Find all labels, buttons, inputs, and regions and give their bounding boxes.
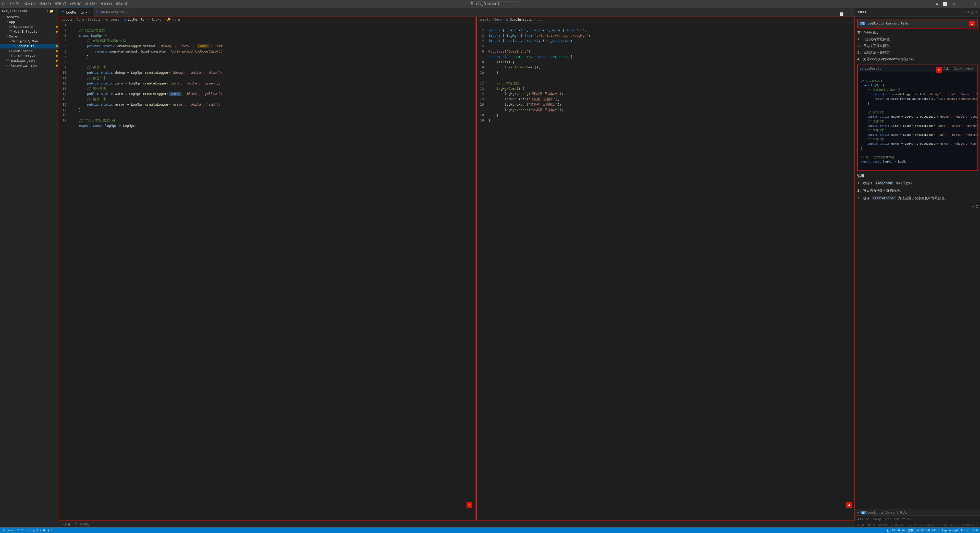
ask-button[interactable]: Ask [942,66,950,71]
cursor-position[interactable]: 行 13，列 49 [887,528,905,532]
sep4: > [121,18,122,21]
maximize-button[interactable]: □ [966,1,970,6]
footer-file-label: Current File [885,511,907,514]
tab-gameentry[interactable]: TS GameEntry.ts × [94,8,131,17]
image-btn[interactable]: ⊞ Image [891,523,903,527]
modified-badge-main-scene [56,26,58,28]
sidebar-item-package-json[interactable]: {} package.json [0,58,59,63]
close-chat-icon[interactable]: × [975,10,977,14]
chat-header-icons: + ↺ □ × [963,10,977,14]
chat-filename-ref: LogMgr.ts [867,22,884,25]
encoding[interactable]: UTF-8 [921,529,930,532]
modified-badge-mainentry [56,30,58,33]
breadcrumb-warn[interactable]: 🔑 warn [167,18,180,21]
split-editor-icon[interactable]: ⬜ [839,12,844,17]
ports[interactable]: ♦ 0 [48,529,52,532]
menu-run[interactable]: 运行(R) [84,1,99,6]
git-branch[interactable]: ⎇ master* [2,529,19,532]
menu-view[interactable]: 查看(V) [53,1,68,6]
nav-forward-icon[interactable]: → [464,2,466,6]
breadcrumb-core[interactable]: Core [77,18,84,21]
minimize-button[interactable]: ─ [958,1,963,6]
errors-warnings[interactable]: ⚠ 0 △ 0 ⊘ 0 [26,529,45,532]
refresh-icon[interactable]: ↺ [55,9,57,13]
expand-chat-icon[interactable]: □ [971,10,973,14]
plus-icon-footer[interactable]: + [857,511,859,514]
more-actions-icon[interactable]: … [845,12,848,17]
sidebar-item-main-scene[interactable]: ⬡ Main.scene [0,24,59,29]
breadcrumb-assets2[interactable]: assets [479,18,490,21]
copy-button[interactable]: Copy [952,66,963,71]
chat-refresh-icon[interactable]: ↺ [972,204,974,208]
settings-icon[interactable]: ⚙ [951,1,956,6]
mention-btn[interactable]: @ Mention [873,523,889,527]
sidebar-item-logmgr[interactable]: TS LogMgr.ts [0,44,59,48]
sidebar-label-tsconfig: tsconfig.json [11,64,37,67]
language-mode[interactable]: TypeScript [942,529,959,532]
editor-logmgr[interactable]: assets > Core > Scripts > Managers > TS … [59,17,475,521]
menu-goto[interactable]: 转到(G) [68,1,83,6]
panel-icon[interactable]: ⬜ [942,1,949,6]
menu-select[interactable]: 选择(S) [38,1,53,6]
chat-file-label: Current File [886,22,908,25]
menu-help[interactable]: 帮助(H) [115,1,129,6]
breadcrumb-logmgr-file[interactable]: LogMgr.ts [128,18,145,21]
breadcrumb-assets[interactable]: assets [62,18,73,21]
code-gameentry[interactable]: import { _decorator, Component, Node } f… [486,22,854,521]
sidebar-item-core[interactable]: ▾ Core [0,34,59,39]
model-tag[interactable]: ⌂ gpt-4o [857,523,871,527]
close-button[interactable]: × [973,1,978,6]
menu-file[interactable]: 文件(F) [8,1,22,6]
sidebar-item-assets[interactable]: ▾ assets [0,14,59,19]
sync-icon[interactable]: ⟳ [21,529,24,532]
sidebar-item-mainentry[interactable]: TS MainEntry.ts [0,29,59,34]
overflow-icon[interactable]: ⋮ [849,12,853,17]
breadcrumb-managers[interactable]: Managers [105,18,120,21]
tab-close-gameentry[interactable]: × [126,10,128,14]
chat-body: TS LogMgr.ts Current File 1 有4个小问题： 1. 日… [855,17,980,509]
tab-logmgr[interactable]: TS LogMgr.ts ● × [59,8,94,17]
breadcrumb-gameentry-file[interactable]: GameEntry.ts [510,18,532,21]
new-chat-icon[interactable]: + [963,10,965,14]
sidebar-item-scripts-man[interactable]: ▾ Scripts \ Man... [0,39,59,44]
tab-outline[interactable]: ▷ 大纲 [61,522,70,527]
explanation-p3: 3. 确保 createLogger 方法设置了文字颜色和背景颜色。 [857,195,978,201]
indentation[interactable]: 空格: 4 [908,528,919,532]
chat-panel: CHAT + ↺ □ × TS LogMgr.ts Current File 1… [855,8,980,527]
breadcrumb-core2[interactable]: Core [494,18,502,21]
line-ending[interactable]: CRLF [932,529,939,532]
cursor-mode[interactable]: Cursor Tab [961,529,978,532]
code-logmgr[interactable]: // 日志管理器类 class LogMgr { // 创建指定日志器的方法 p… [68,22,475,521]
new-folder-icon[interactable]: 📁 [49,9,54,13]
search-box[interactable]: 🔍 c2d_framework [468,1,519,6]
menu-terminal[interactable]: 终端(T) [99,1,114,6]
chat-input[interactable] [857,517,978,521]
tab-timeline[interactable]: ⏱ 时间线 [75,522,89,527]
issues-title: 有4个小问题： [857,29,978,36]
explanation-p1: 1. 移除了 Component 等相关代码。 [857,180,978,186]
sidebar-item-tsconfig[interactable]: {} tsconfig.json [0,63,59,68]
sidebar-item-app[interactable]: ▾ App [0,19,59,24]
layout-icon[interactable]: ▣ [934,1,939,6]
sidebar: C2D_FRAMEWORK + 📁 ↺ ▾ assets ▾ App ⬡ Mai… [0,8,59,527]
editor-gameentry[interactable]: assets > Core > TS GameEntry.ts > ... 12… [476,17,855,521]
sidebar-item-game-scene[interactable]: ⬡ Game.scene [0,48,59,53]
nav-back-icon[interactable]: ← [461,2,463,6]
issue-2: 2. 日志文字没有颜色 [857,43,978,49]
menu-edit[interactable]: 编辑(E) [23,1,38,6]
line-numbers-logmgr: 12345 678910 1112131415 16171819 [59,22,68,521]
chat-copy-icon[interactable]: □ [976,204,978,208]
ts-icon-logmgr: TS [12,45,16,48]
chevron-icon-scripts: ▾ [9,40,11,43]
refresh-chat-icon[interactable]: ↺ [967,10,969,14]
sidebar-item-gameentry[interactable]: TS GameEntry.ts [0,53,59,58]
footer-close-icon[interactable]: × [910,511,912,514]
inline-code-createlogger: createLogger [872,196,896,200]
new-file-icon[interactable]: + [46,9,48,13]
breadcrumb-scripts[interactable]: Scripts [88,18,101,21]
code-block-ts-icon: TS [860,67,863,70]
apply-button[interactable]: Apply [964,66,975,71]
sep6: > [164,18,166,21]
tab-close-logmgr[interactable]: × [89,10,91,14]
breadcrumb-logmgr-class[interactable]: ⚡ LogMgr [148,18,163,21]
